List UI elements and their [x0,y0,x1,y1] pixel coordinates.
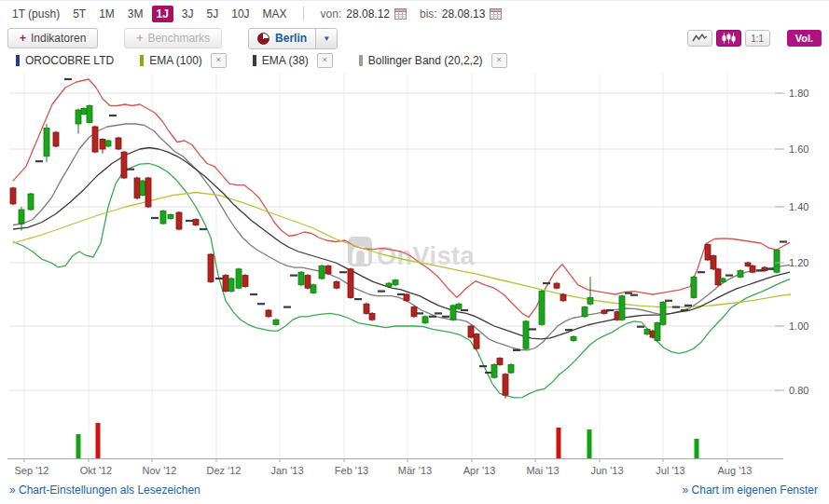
range-button-5j[interactable]: 5J [202,6,224,22]
svg-text:Nov '12: Nov '12 [143,465,177,476]
toolbar-divider [303,7,304,20]
footer: » Chart-Einstellungen als Lesezeichen » … [9,484,818,497]
calendar-icon[interactable] [394,7,407,20]
chart-type-controls: 1:1 Vol. [687,30,822,47]
range-button-group: 1T (push)5T1M3M1J3J5J10JMAX [7,6,296,22]
svg-text:Mär '13: Mär '13 [398,465,432,476]
legend-marker-icon [16,55,20,66]
tools-toolbar: + Indikatoren + Benchmarks Berlin ▼ [0,26,829,50]
svg-text:1.40: 1.40 [789,201,808,212]
one-to-one-scale-button[interactable]: 1:1 [745,30,770,47]
range-button-3j[interactable]: 3J [177,6,199,22]
legend-label: EMA (38) [262,54,309,67]
svg-text:Dez '12: Dez '12 [207,465,242,476]
svg-text:1.00: 1.00 [789,320,808,332]
chart-own-window-link[interactable]: » Chart im eigenen Fenster [683,484,818,497]
range-button-5t[interactable]: 5T [68,6,90,22]
svg-text:1.80: 1.80 [789,88,808,99]
plus-icon: + [20,32,26,45]
range-button-1t-push-[interactable]: 1T (push) [7,6,64,22]
exchange-label: Berlin [275,32,307,45]
exchange-selector[interactable]: Berlin ▼ [248,28,338,49]
range-button-1j[interactable]: 1J [152,6,173,22]
legend-label: OROCOBRE LTD [25,54,114,67]
svg-text:1.60: 1.60 [789,143,808,155]
chart-area: OnVistaSep '12Okt '12Nov '12Dez '12Jan '… [0,66,829,486]
volume-toggle-button[interactable]: Vol. [787,30,822,47]
range-button-max[interactable]: MAX [258,6,292,22]
legend-marker-icon [140,55,144,66]
legend-item: OROCOBRE LTD [16,54,114,67]
svg-text:Mai '13: Mai '13 [526,465,559,476]
date-to-field[interactable]: 28.08.13 [442,7,486,20]
svg-text:Jan '13: Jan '13 [270,465,303,476]
svg-text:0.80: 0.80 [789,385,808,396]
clock-icon [257,33,269,45]
calendar-icon[interactable] [490,7,502,20]
range-button-10j[interactable]: 10J [227,6,254,22]
range-button-3m[interactable]: 3M [123,6,148,22]
date-from-field[interactable]: 28.08.12 [346,7,390,20]
svg-text:Sep '12: Sep '12 [15,465,49,476]
legend-label: EMA (100) [149,54,202,67]
chevron-down-icon: ▼ [323,34,330,43]
legend-marker-icon [359,55,363,66]
price-chart: OnVistaSep '12Okt '12Nov '12Dez '12Jan '… [0,66,829,484]
svg-text:Apr '13: Apr '13 [463,465,496,476]
candlestick-chart-type-button[interactable] [716,30,741,47]
benchmarks-label: Benchmarks [147,32,210,45]
range-button-1m[interactable]: 1M [94,6,119,22]
date-to-label: bis: [420,7,437,20]
svg-text:Jun '13: Jun '13 [590,465,623,476]
indikatoren-label: Indikatoren [31,32,86,45]
date-from-label: von: [321,7,342,20]
plus-icon: + [136,32,143,45]
exchange-dropdown-button[interactable]: ▼ [315,29,337,48]
range-toolbar: 1T (push)5T1M3M1J3J5J10JMAX von: 28.08.1… [0,1,829,26]
line-chart-icon [692,33,708,44]
svg-text:Jul '13: Jul '13 [656,465,684,476]
benchmarks-button[interactable]: + Benchmarks [124,28,222,48]
chart-widget: 1T (push)5T1M3M1J3J5J10JMAX von: 28.08.1… [0,0,829,504]
candlestick-chart-icon [721,33,737,44]
chart-settings-bookmark-link[interactable]: » Chart-Einstellungen als Lesezeichen [9,484,200,497]
svg-text:Aug '13: Aug '13 [718,465,753,476]
svg-text:Okt '12: Okt '12 [80,465,113,476]
indikatoren-button[interactable]: + Indikatoren [7,28,98,48]
line-chart-type-button[interactable] [687,30,712,47]
svg-text:Feb '13: Feb '13 [335,465,368,476]
svg-text:1.20: 1.20 [789,257,808,268]
legend-label: Bollinger Band (20,2,2) [368,54,483,67]
legend-marker-icon [253,55,256,66]
